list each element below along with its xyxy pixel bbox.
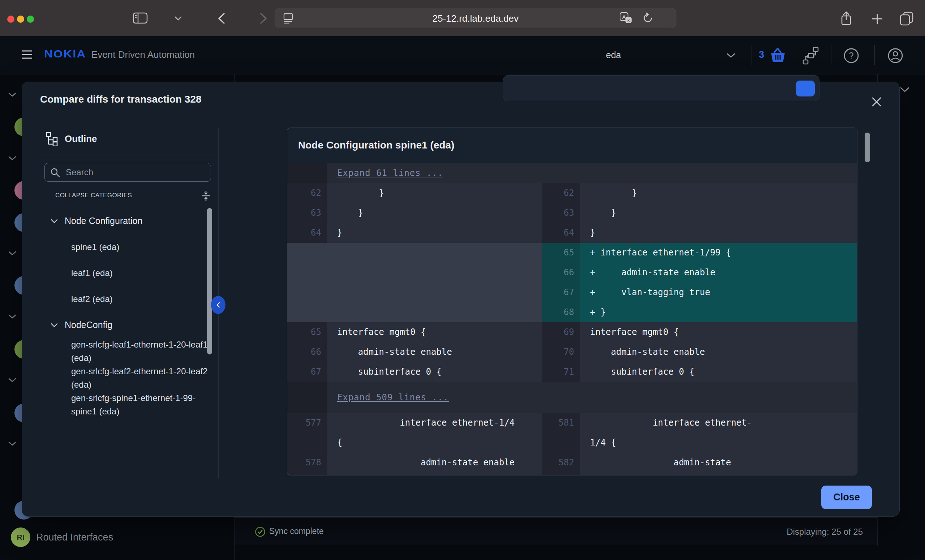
diff-line-number: 71 xyxy=(542,362,580,382)
diff-line-number: 582 xyxy=(542,453,580,476)
outline-header: Outline xyxy=(65,133,97,145)
diff-added-row: 66+ admin-state enable xyxy=(287,263,857,283)
modal-footer: Close xyxy=(31,478,891,516)
tree-category-label: NodeConfig xyxy=(65,320,112,330)
diff-empty-placeholder xyxy=(287,303,542,322)
diff-line-number: 66 xyxy=(287,342,327,362)
diff-line-number: 62 xyxy=(542,183,580,203)
diff-code-left: } xyxy=(327,183,542,203)
diff-code-right: } xyxy=(580,223,857,243)
tree-item[interactable]: gen-srlcfg-spine1-ethernet-1-99-spine1 (… xyxy=(22,391,241,418)
sidebar-item-label: Routed Interfaces xyxy=(36,532,113,543)
sync-check-icon xyxy=(255,526,265,537)
dropdown-action-button[interactable] xyxy=(796,81,815,96)
diff-panel: Node Configuration spine1 (eda) Expand 6… xyxy=(287,128,857,476)
diff-code-right: interface mgmt0 { xyxy=(580,322,857,342)
diff-code-left: subinterface 0 { xyxy=(327,362,542,382)
diff-expand-body: Expand 61 lines ... xyxy=(327,163,857,183)
diff-context-row: 66 admin-state enable70 admin-state enab… xyxy=(287,342,857,362)
diff-empty-placeholder xyxy=(287,263,542,283)
diff-code-left: } xyxy=(327,223,542,243)
diff-empty-placeholder xyxy=(287,243,542,263)
compare-diffs-modal: Compare diffs for transaction 328 Outlin… xyxy=(22,82,900,516)
expand-lines-link[interactable]: Expand 509 lines ... xyxy=(337,392,449,402)
diff-code-left: } xyxy=(327,203,542,223)
rail-chevron-icon[interactable] xyxy=(8,251,17,256)
diff-code-right: admin-state enable xyxy=(580,453,857,476)
diff-context-row: 64}64} xyxy=(287,223,857,243)
modal-title: Compare diffs for transaction 328 xyxy=(40,93,202,105)
rail-chevron-icon[interactable] xyxy=(8,441,17,446)
tree-item-label: leaf1 (eda) xyxy=(71,266,208,280)
sidebar-divider xyxy=(40,155,216,155)
tree-item[interactable]: gen-srlcfg-leaf2-ethernet-1-20-leaf2 (ed… xyxy=(22,364,241,391)
tree-item-label: gen-srlcfg-leaf2-ethernet-1-20-leaf2 (ed… xyxy=(71,364,208,391)
close-icon[interactable] xyxy=(871,96,883,109)
diff-added-row: 65+ interface ethernet-1/99 { xyxy=(287,243,857,263)
collapse-categories-button[interactable]: COLLAPSE CATEGORIES xyxy=(55,192,132,199)
diff-line-number: 63 xyxy=(542,203,580,223)
collapse-categories-icon[interactable] xyxy=(200,190,211,201)
diff-added-row: 67+ vlan-tagging true xyxy=(287,283,857,303)
rail-chevron-icon[interactable] xyxy=(8,378,17,382)
diff-line-number: 577 xyxy=(287,413,327,453)
diff-line-number: 63 xyxy=(287,203,327,223)
diff-line-number: 64 xyxy=(542,223,580,243)
status-bar: Sync complete Displaying: 25 of 25 xyxy=(235,517,877,545)
diff-added-code: + admin-state enable xyxy=(580,263,857,283)
diff-context-row: 578 admin-state enable582 admin-state en… xyxy=(287,453,857,476)
chevron-down-icon[interactable] xyxy=(50,323,58,327)
rail-chevron-icon[interactable] xyxy=(8,92,17,97)
outline-tree-icon xyxy=(46,132,59,146)
diff-expand-row: Expand 61 lines ... xyxy=(287,163,857,183)
chevron-down-icon[interactable] xyxy=(50,218,58,223)
displaying-count: Displaying: 25 of 25 xyxy=(786,527,863,537)
search-icon xyxy=(50,168,60,178)
diff-line-number: 581 xyxy=(542,413,580,453)
diff-context-row: 577 interface ethernet-1/4 {581 interfac… xyxy=(287,413,857,453)
page-divider xyxy=(0,74,925,74)
diff-added-code: + interface ethernet-1/99 { xyxy=(580,243,857,263)
collapse-panel-handle[interactable] xyxy=(211,296,226,314)
diff-added-code: + } xyxy=(580,303,857,322)
sync-status-text: Sync complete xyxy=(269,526,324,536)
diff-context-row: 62 }62 } xyxy=(287,183,857,203)
diff-context-row: 67 subinterface 0 {71 subinterface 0 { xyxy=(287,362,857,382)
background-chevron-icon[interactable] xyxy=(900,87,910,92)
close-button[interactable]: Close xyxy=(821,486,872,509)
diff-code-right: } xyxy=(580,183,857,203)
avatar: RI xyxy=(11,527,30,547)
diff-panel-title: Node Configuration spine1 (eda) xyxy=(287,128,857,162)
tree-item-label: spine1 (eda) xyxy=(71,240,208,254)
diff-gutter xyxy=(287,382,327,413)
diff-line-number: 578 xyxy=(287,453,327,476)
diff-line-number: 65 xyxy=(542,243,580,263)
diff-code-left: admin-state enable xyxy=(327,453,542,476)
diff-line-number: 64 xyxy=(287,223,327,243)
diff-scrollbar[interactable] xyxy=(865,132,870,162)
expand-lines-link[interactable]: Expand 61 lines ... xyxy=(337,168,443,178)
sidebar-scrollbar[interactable] xyxy=(207,208,212,354)
tree-item-label: gen-srlcfg-spine1-ethernet-1-99-spine1 (… xyxy=(71,391,208,418)
sidebar-item-routed-interfaces[interactable]: RI Routed Interfaces xyxy=(0,527,231,553)
rail-chevron-icon[interactable] xyxy=(8,314,17,319)
diff-line-number: 66 xyxy=(542,263,580,283)
diff-line-number: 70 xyxy=(542,342,580,362)
diff-code-right: subinterface 0 { xyxy=(580,362,857,382)
diff-code-left: admin-state enable xyxy=(327,342,542,362)
tree-item-label: gen-srlcfg-leaf1-ethernet-1-20-leaf1 (ed… xyxy=(71,338,208,364)
diff-line-number: 62 xyxy=(287,183,327,203)
rail-chevron-icon[interactable] xyxy=(8,156,17,161)
diff-code-right: admin-state enable xyxy=(580,342,857,362)
diff-expand-body: Expand 509 lines ... xyxy=(327,382,857,413)
diff-context-row: 65interface mgmt0 {69interface mgmt0 { xyxy=(287,322,857,342)
diff-added-row: 68+ } xyxy=(287,303,857,322)
diff-line-number: 69 xyxy=(542,322,580,342)
diff-line-number: 67 xyxy=(542,283,580,303)
search-input[interactable] xyxy=(44,163,211,182)
diff-code-right: } xyxy=(580,203,857,223)
diff-line-number: 65 xyxy=(287,322,327,342)
diff-code-left: interface ethernet-1/4 { xyxy=(327,413,542,453)
panel-bottom-border xyxy=(235,545,877,545)
screen: 25-12.rd.lab.eda.dev Ax NOKIA Event Driv xyxy=(0,0,925,560)
